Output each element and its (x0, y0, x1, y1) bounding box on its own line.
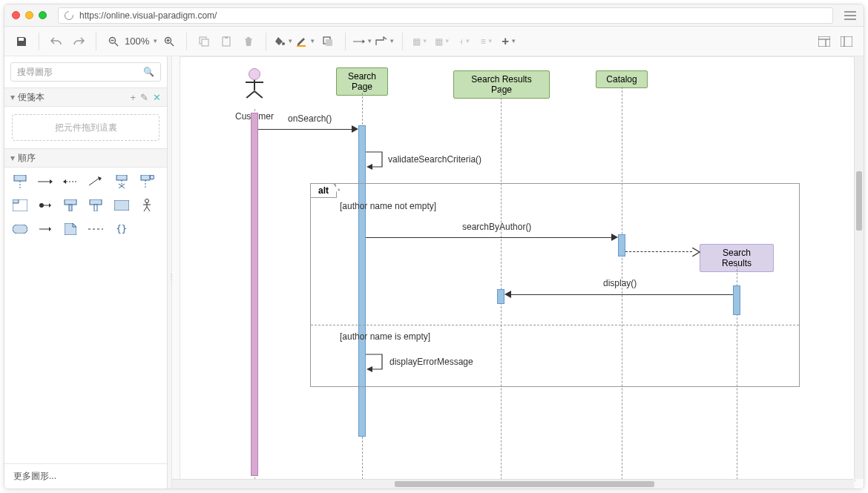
lifeline-catalog[interactable]: Catalog (596, 70, 648, 88)
add-icon[interactable]: + (130, 92, 136, 103)
message-label: onSearch() (288, 113, 332, 124)
shape-activation2[interactable] (88, 199, 104, 212)
menu-icon[interactable] (844, 11, 856, 20)
svg-rect-34 (65, 199, 76, 205)
close-icon[interactable]: ✕ (153, 92, 161, 103)
zoom-in-button[interactable] (160, 32, 179, 51)
shape-rect[interactable] (114, 199, 130, 212)
guard-2: [author name is empty] (340, 331, 430, 342)
outline-panel-button[interactable] (837, 32, 856, 51)
guard-1: [author name not empty] (340, 201, 436, 211)
lifeline-search-page[interactable]: Search Page (336, 67, 388, 96)
svg-rect-16 (818, 36, 830, 47)
undo-button[interactable] (47, 32, 66, 51)
shape-endpoint[interactable] (37, 199, 53, 212)
redo-button[interactable] (69, 32, 88, 51)
shape-actor[interactable] (139, 199, 155, 212)
message-display[interactable] (504, 291, 733, 298)
svg-rect-26 (116, 175, 127, 180)
shadow-button[interactable] (318, 32, 338, 51)
diagram-canvas[interactable]: Customer Search Page Search Results Page… (180, 56, 856, 481)
connector-style-button[interactable]: ▼ (353, 32, 372, 51)
align-button[interactable]: ⫞▼ (455, 32, 474, 51)
zoom-level[interactable]: 100% (125, 36, 149, 47)
alt-label: alt (310, 183, 337, 198)
message-validate[interactable] (366, 150, 388, 174)
activation[interactable] (251, 113, 258, 476)
svg-rect-8 (202, 39, 208, 46)
svg-rect-37 (94, 205, 97, 211)
canvas-area: Customer Search Page Search Results Page… (172, 56, 864, 489)
line-color-button[interactable]: ▼ (296, 32, 315, 51)
toolbar: 100%▼ ▼ ▼ ▼ ▼ ▦▼ ▦▼ ⫞▼ ≡▼ +▼ (4, 27, 864, 56)
to-front-button[interactable]: ▦▼ (410, 32, 430, 51)
lifeline-results-page[interactable]: Search Results Page (453, 70, 550, 99)
svg-rect-35 (69, 205, 72, 211)
url-bar[interactable]: https://online.visual-paradigm.com/ (58, 7, 833, 24)
to-back-button[interactable]: ▦▼ (433, 32, 452, 51)
distribute-button[interactable]: ≡▼ (477, 32, 496, 51)
format-panel-button[interactable] (815, 32, 834, 51)
minimize-window-button[interactable] (25, 11, 33, 19)
message-label: searchByAuthor() (462, 222, 531, 232)
horizontal-scrollbar[interactable] (172, 479, 854, 489)
message-label: validateSearchCriteria() (388, 154, 481, 165)
message-search-by-author[interactable] (366, 234, 618, 241)
shape-constraint[interactable]: {} (114, 222, 130, 236)
svg-rect-38 (114, 200, 129, 211)
shape-activation[interactable] (62, 199, 79, 212)
url-text: https://online.visual-paradigm.com/ (79, 10, 217, 21)
zoom-out-button[interactable] (104, 32, 123, 51)
sequence-header[interactable]: ▾ 順序 (4, 148, 167, 168)
scratchpad-dropzone[interactable]: 把元件拖到這裏 (12, 114, 160, 141)
sidebar: 搜尋圖形 🔍 ▾ 便箋本 + ✎ ✕ 把元件拖到這裏 ▾ 順序 (4, 56, 168, 489)
svg-line-25 (89, 178, 99, 185)
search-icon: 🔍 (143, 67, 154, 77)
paste-button[interactable] (217, 32, 236, 51)
edit-icon[interactable]: ✎ (140, 92, 148, 103)
message-create[interactable] (625, 251, 700, 252)
shape-note[interactable] (62, 222, 79, 236)
scratchpad-header[interactable]: ▾ 便箋本 + ✎ ✕ (4, 87, 167, 107)
add-button[interactable]: +▼ (499, 32, 519, 51)
shape-arrow-diag[interactable] (88, 175, 104, 188)
save-button[interactable] (12, 32, 31, 51)
message-display-error[interactable] (366, 352, 388, 377)
reload-icon[interactable] (63, 9, 76, 21)
delete-button[interactable] (239, 32, 258, 51)
sequence-label: 順序 (18, 152, 36, 165)
close-window-button[interactable] (12, 11, 20, 19)
message-label: display() (603, 278, 637, 288)
svg-point-39 (145, 199, 148, 203)
more-shapes-button[interactable]: 更多圖形... (4, 463, 167, 489)
alt-divider (311, 325, 799, 325)
svg-rect-14 (326, 39, 332, 46)
svg-line-43 (147, 207, 150, 211)
svg-line-42 (144, 207, 147, 211)
vertical-scrollbar[interactable] (854, 56, 864, 479)
copy-button[interactable] (194, 32, 214, 51)
svg-rect-36 (90, 199, 102, 205)
maximize-window-button[interactable] (39, 11, 47, 19)
shape-arrow-right[interactable] (37, 175, 53, 188)
shape-continuation[interactable] (12, 222, 28, 236)
scratchpad-label: 便箋本 (18, 91, 45, 104)
message-on-search[interactable] (258, 125, 358, 133)
zoom-dropdown-icon[interactable]: ▼ (152, 38, 158, 44)
shape-frame[interactable] (12, 199, 28, 212)
svg-rect-19 (841, 36, 852, 47)
shape-gate[interactable] (37, 222, 53, 236)
svg-line-1 (115, 43, 118, 46)
shape-lifeline[interactable] (12, 175, 28, 188)
fill-color-button[interactable]: ▼ (274, 32, 293, 51)
svg-rect-10 (225, 36, 228, 39)
svg-point-11 (282, 42, 285, 45)
shape-arrow-left[interactable] (62, 175, 79, 188)
svg-rect-12 (297, 45, 306, 47)
waypoint-button[interactable]: ▼ (375, 32, 395, 51)
svg-line-4 (171, 43, 174, 46)
shape-dashed-line[interactable] (88, 222, 104, 236)
shape-search-input[interactable]: 搜尋圖形 🔍 (10, 62, 161, 82)
shape-found[interactable] (139, 175, 155, 188)
shape-destroy[interactable] (114, 175, 130, 188)
